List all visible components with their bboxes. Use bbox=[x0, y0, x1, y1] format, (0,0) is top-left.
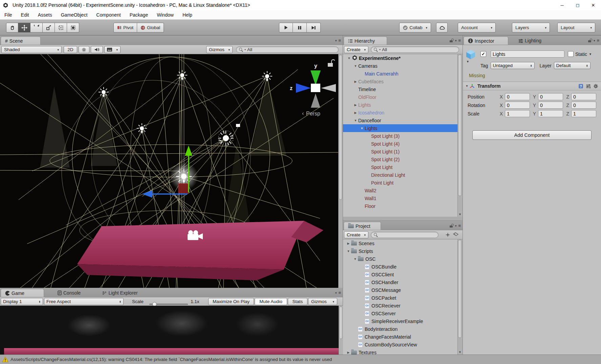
tag-dropdown[interactable]: Untagged▲▼ bbox=[491, 62, 535, 69]
scene-lock-icon[interactable] bbox=[328, 60, 335, 67]
help-icon[interactable]: ? bbox=[578, 84, 583, 89]
panel-dropdown-icon[interactable]: ▾ bbox=[335, 39, 337, 42]
project-row[interactable]: C#CustomBodySourceView bbox=[343, 341, 463, 348]
menu-component[interactable]: Component bbox=[92, 10, 125, 19]
hierarchy-row[interactable]: Floor bbox=[343, 202, 463, 210]
foldout-icon[interactable]: ▶ bbox=[353, 103, 358, 107]
active-checkbox[interactable]: ✓ bbox=[480, 51, 486, 57]
foldout-icon[interactable]: ▶ bbox=[353, 80, 358, 83]
scene-lighting-toggle[interactable] bbox=[79, 46, 89, 53]
panel-dropdown-icon[interactable]: ▾ bbox=[335, 291, 337, 295]
scene-effects-dropdown[interactable]: ▾ bbox=[104, 46, 121, 53]
lock-icon[interactable] bbox=[449, 39, 453, 43]
layout-dropdown[interactable]: Layout▾ bbox=[557, 23, 595, 33]
hierarchy-row[interactable]: ▼ExperimentScene* bbox=[343, 54, 463, 62]
foldout-icon[interactable]: ▼ bbox=[352, 257, 358, 261]
status-bar[interactable]: Assets/Scripts/ChangeFacesMaterial.cs(12… bbox=[0, 355, 601, 364]
scene-search-field[interactable]: ▾ bbox=[236, 46, 339, 53]
panel-menu-icon[interactable]: ≡ bbox=[597, 38, 599, 43]
scale-tool-button[interactable] bbox=[43, 23, 55, 33]
persp-label[interactable]: Persp bbox=[306, 111, 320, 116]
layer-dropdown[interactable]: Default▲▼ bbox=[554, 62, 591, 69]
panel-dropdown-icon[interactable]: ▾ bbox=[455, 39, 457, 42]
hierarchy-row[interactable]: Spot Light bbox=[343, 163, 463, 171]
maximize-icon[interactable]: ◻ bbox=[570, 0, 585, 10]
lock-icon[interactable] bbox=[449, 224, 453, 228]
hierarchy-row[interactable]: OldFloor bbox=[343, 93, 463, 101]
selected-object-cube[interactable] bbox=[178, 184, 189, 193]
scroll-down-icon[interactable]: ▼ bbox=[458, 213, 462, 216]
gizmo-y-cone[interactable] bbox=[310, 70, 321, 85]
tab-game[interactable]: Game bbox=[1, 289, 44, 297]
foldout-icon[interactable]: ▼ bbox=[353, 119, 358, 122]
project-row[interactable]: C#OSCHandler bbox=[343, 278, 463, 286]
project-row[interactable]: ▼Scripts bbox=[343, 247, 463, 255]
project-scrollbar[interactable]: ▼ bbox=[457, 239, 463, 355]
project-row[interactable]: C#SimpleReceiverExample bbox=[343, 317, 463, 325]
minimize-icon[interactable]: ─ bbox=[554, 0, 570, 10]
project-row[interactable]: C#OSCPacket bbox=[343, 294, 463, 302]
icon-dropdown-caret[interactable]: ▼ bbox=[466, 60, 469, 63]
menu-gameobject[interactable]: GameObject bbox=[57, 10, 92, 19]
foldout-icon[interactable]: ▼ bbox=[464, 84, 470, 88]
rect-tool-button[interactable] bbox=[55, 23, 67, 33]
hierarchy-row[interactable]: Spot Light (3) bbox=[343, 132, 463, 140]
mute-audio-button[interactable]: Mute Audio bbox=[255, 298, 287, 305]
gizmo-z-cone[interactable] bbox=[296, 83, 311, 93]
shading-mode-dropdown[interactable]: Shaded▾ bbox=[1, 46, 62, 53]
gear-icon[interactable] bbox=[593, 84, 598, 89]
hierarchy-search-input[interactable] bbox=[382, 47, 456, 52]
tab-scene[interactable]: # Scene bbox=[1, 37, 41, 45]
hierarchy-row[interactable]: Spot Light (4) bbox=[343, 140, 463, 148]
rotate-tool-button[interactable] bbox=[30, 23, 43, 33]
search-by-label-icon[interactable] bbox=[453, 232, 458, 237]
project-row[interactable]: C#OSCServer bbox=[343, 309, 463, 317]
add-component-button[interactable]: Add Component bbox=[472, 130, 592, 140]
transform-position-y-field[interactable] bbox=[538, 93, 563, 100]
gameobject-name-field[interactable] bbox=[491, 50, 564, 58]
foldout-icon[interactable]: ▼ bbox=[359, 127, 365, 130]
hierarchy-row[interactable]: Spot Light (1) bbox=[343, 148, 463, 155]
foldout-icon[interactable]: ▶ bbox=[346, 351, 351, 354]
hierarchy-row[interactable]: ▼Dancefloor bbox=[343, 116, 463, 124]
tab-inspector[interactable]: Inspector bbox=[464, 37, 508, 45]
project-row[interactable]: C#OSCBundle bbox=[343, 263, 463, 271]
transform-position-x-field[interactable] bbox=[505, 93, 530, 100]
transform-rotation-y-field[interactable] bbox=[538, 102, 563, 109]
hierarchy-row[interactable]: ▼Cameras bbox=[343, 62, 463, 70]
scene-search-input[interactable] bbox=[247, 47, 336, 52]
account-dropdown[interactable]: Account▾ bbox=[458, 23, 496, 33]
panel-divider[interactable] bbox=[343, 217, 463, 221]
stats-button[interactable]: Stats bbox=[288, 298, 307, 305]
game-gizmos-dropdown[interactable]: Gizmos▾ bbox=[308, 298, 337, 305]
project-row[interactable]: ▼OSC bbox=[343, 255, 463, 263]
hierarchy-row[interactable]: Spot Light (2) bbox=[343, 155, 463, 163]
scene-audio-toggle[interactable] bbox=[91, 46, 103, 53]
scene-viewport[interactable]: y z ‹ Persp bbox=[0, 54, 343, 288]
hierarchy-row[interactable]: Main Camerahh bbox=[343, 70, 463, 78]
hierarchy-row[interactable]: Timeline bbox=[343, 85, 463, 93]
scene-gizmos-dropdown[interactable]: Gizmos▾ bbox=[206, 46, 233, 53]
tab-project[interactable]: Project bbox=[344, 222, 381, 230]
dancefloor-plane[interactable] bbox=[77, 221, 323, 280]
panel-dropdown-icon[interactable]: ▾ bbox=[455, 224, 457, 228]
transform-scale-y-field[interactable] bbox=[538, 110, 563, 117]
transform-scale-x-field[interactable] bbox=[505, 110, 530, 117]
scene-scrollbar[interactable] bbox=[338, 54, 343, 288]
foldout-icon[interactable]: ▶ bbox=[346, 242, 351, 245]
menu-package[interactable]: Package bbox=[125, 10, 152, 19]
preset-icon[interactable] bbox=[586, 84, 591, 88]
foldout-icon[interactable]: ▶ bbox=[353, 111, 358, 114]
hierarchy-row[interactable]: ▼Lights bbox=[343, 124, 463, 132]
hierarchy-row[interactable]: Wall2 bbox=[343, 187, 463, 194]
display-dropdown[interactable]: Display 1▲▼ bbox=[1, 298, 43, 305]
search-by-type-icon[interactable] bbox=[445, 232, 450, 237]
hierarchy-row[interactable]: Directional Light bbox=[343, 171, 463, 179]
transform-rotation-z-field[interactable] bbox=[571, 102, 596, 109]
play-button[interactable] bbox=[279, 23, 293, 33]
hand-tool-button[interactable] bbox=[6, 23, 18, 33]
project-row[interactable]: C#ChangeFacesMaterial bbox=[343, 333, 463, 341]
project-search-input[interactable] bbox=[379, 232, 435, 237]
pause-button[interactable] bbox=[293, 23, 307, 33]
gizmo-x-cone[interactable] bbox=[321, 84, 336, 92]
